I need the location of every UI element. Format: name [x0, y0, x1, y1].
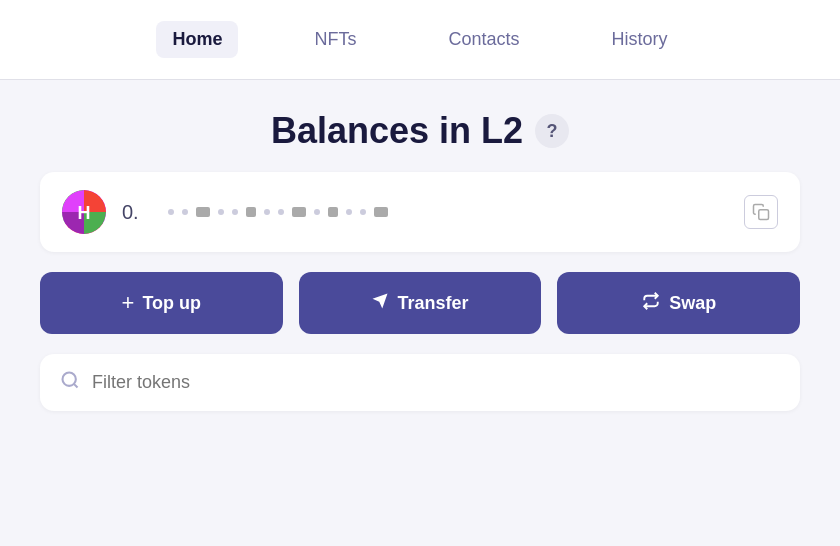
addr-block-2 — [246, 207, 256, 217]
copy-icon — [752, 203, 770, 221]
title-row: Balances in L2 ? — [40, 110, 800, 152]
addr-dot-3 — [218, 209, 224, 215]
nav-home[interactable]: Home — [156, 21, 238, 58]
page-title: Balances in L2 — [271, 110, 523, 152]
balance-card: H 0. — [40, 172, 800, 252]
avatar: H — [62, 190, 106, 234]
addr-dot-7 — [314, 209, 320, 215]
avatar-icon: H — [62, 190, 106, 234]
action-buttons: + Top up Transfer — [40, 272, 800, 334]
svg-line-4 — [74, 384, 78, 388]
address-masked — [168, 207, 728, 217]
app-container: Home NFTs Contacts History Balances in L… — [0, 0, 840, 546]
swap-arrows-icon — [641, 292, 661, 310]
nav-nfts[interactable]: NFTs — [298, 21, 372, 58]
addr-dot-8 — [346, 209, 352, 215]
svg-point-3 — [63, 373, 76, 386]
copy-address-button[interactable] — [744, 195, 778, 229]
topup-button[interactable]: + Top up — [40, 272, 283, 334]
topup-label: Top up — [142, 293, 201, 314]
nav-history[interactable]: History — [596, 21, 684, 58]
swap-icon — [641, 292, 661, 315]
transfer-label: Transfer — [397, 293, 468, 314]
addr-block-5 — [374, 207, 388, 217]
main-content: Balances in L2 ? H 0. — [0, 80, 840, 546]
addr-dot-4 — [232, 209, 238, 215]
addr-block-4 — [328, 207, 338, 217]
help-button[interactable]: ? — [535, 114, 569, 148]
search-svg — [60, 370, 80, 390]
addr-dot-1 — [168, 209, 174, 215]
filter-row — [40, 354, 800, 411]
arrow-send-icon — [371, 292, 389, 310]
send-icon — [371, 292, 389, 315]
search-icon — [60, 370, 80, 395]
nav-contacts[interactable]: Contacts — [432, 21, 535, 58]
addr-block-3 — [292, 207, 306, 217]
addr-dot-9 — [360, 209, 366, 215]
swap-label: Swap — [669, 293, 716, 314]
svg-text:H: H — [78, 203, 91, 223]
addr-block-1 — [196, 207, 210, 217]
svg-rect-2 — [759, 210, 769, 220]
top-nav: Home NFTs Contacts History — [0, 0, 840, 80]
transfer-button[interactable]: Transfer — [299, 272, 542, 334]
filter-tokens-input[interactable] — [92, 372, 780, 393]
addr-dot-2 — [182, 209, 188, 215]
balance-value: 0. — [122, 201, 152, 224]
addr-dot-5 — [264, 209, 270, 215]
addr-dot-6 — [278, 209, 284, 215]
swap-button[interactable]: Swap — [557, 272, 800, 334]
plus-icon: + — [122, 290, 135, 316]
